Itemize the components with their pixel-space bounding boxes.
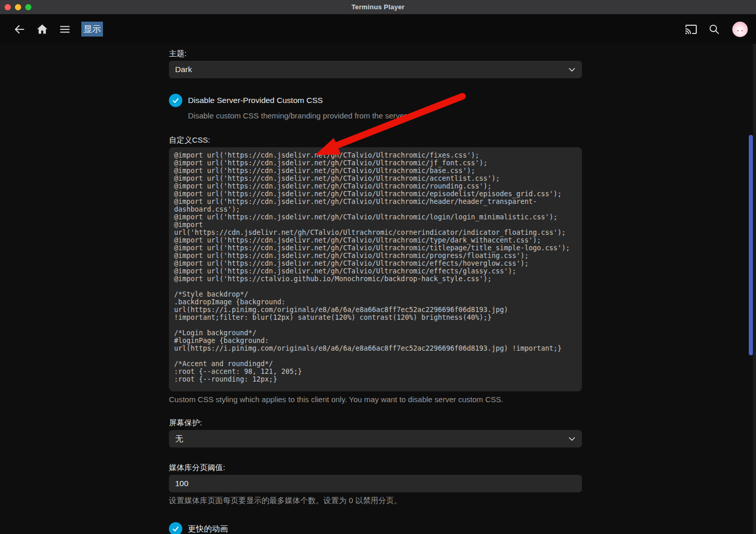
traffic-lights [5,0,31,14]
home-icon [36,23,48,36]
screensaver-select-value: 无 [175,434,183,444]
theme-label: 主题: [169,49,582,58]
screensaver-label: 屏幕保护: [169,418,582,427]
library-page-size-label: 媒体库分页阈值: [169,463,582,472]
back-button[interactable] [8,18,31,41]
back-arrow-icon [13,23,26,36]
faster-animations-checkbox[interactable] [169,522,182,534]
scrollbar-track[interactable] [753,44,756,534]
zoom-window-button[interactable] [25,4,31,10]
cast-icon [685,23,697,36]
theme-select[interactable]: Dark [169,61,582,78]
faster-animations-label: 更快的动画 [188,524,228,534]
app-header: 显示 [0,14,756,44]
disable-server-css-description: Disable custom CSS theming/branding prov… [188,111,582,120]
custom-css-textarea[interactable]: @import url('https://cdn.jsdelivr.net/gh… [169,147,582,391]
library-page-size-description: 设置媒体库页面每页要显示的最多媒体个数。设置为 0 以禁用分页。 [169,496,582,506]
disable-server-css-label: Disable Server-Provided Custom CSS [188,96,323,105]
menu-button[interactable] [54,18,76,41]
faster-animations-row: 更快的动画 [169,522,582,534]
user-avatar[interactable] [732,22,748,37]
search-button[interactable] [702,18,725,41]
library-page-size-value: 100 [175,479,188,488]
checkmark-icon [171,96,180,105]
search-icon [708,23,720,35]
display-settings-form: 主题: Dark Disable Server-Provided Custom … [169,44,582,534]
scrollbar-thumb[interactable] [749,135,753,355]
page-title: 显示 [81,22,103,37]
custom-css-label: 自定义CSS: [169,135,582,145]
disable-server-css-row: Disable Server-Provided Custom CSS [169,94,582,107]
disable-server-css-checkbox[interactable] [169,94,182,107]
cast-button[interactable] [680,18,702,41]
window-title: Terminus Player [351,3,404,11]
theme-select-value: Dark [175,65,192,74]
checkmark-icon [171,525,180,533]
custom-css-description: Custom CSS styling which applies to this… [169,395,582,404]
chevron-down-icon [568,65,576,74]
home-button[interactable] [31,18,54,41]
chevron-down-icon [568,435,576,443]
close-window-button[interactable] [5,4,11,10]
hamburger-menu-icon [59,24,71,35]
library-page-size-input[interactable]: 100 [169,475,582,492]
minimize-window-button[interactable] [15,4,21,10]
screensaver-select[interactable]: 无 [169,430,582,447]
window-titlebar: Terminus Player [0,0,756,14]
